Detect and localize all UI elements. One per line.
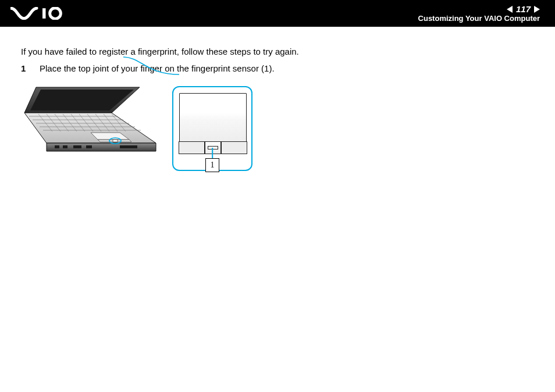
right-mouse-button	[221, 141, 247, 154]
fingerprint-slot-icon	[208, 146, 218, 149]
prev-page-arrow-icon[interactable]	[507, 6, 513, 13]
next-page-arrow-icon[interactable]	[534, 6, 540, 13]
page-number: 117	[516, 4, 531, 14]
callout-label: 1	[205, 158, 219, 172]
callout: 1	[172, 86, 252, 171]
intro-text: If you have failed to register a fingerp…	[21, 47, 534, 56]
page-nav: 117	[507, 4, 540, 14]
vaio-logo	[10, 5, 74, 22]
svg-rect-0	[42, 8, 46, 19]
svg-rect-28	[120, 145, 137, 148]
page-header: 117 Customizing Your VAIO Computer	[0, 0, 555, 27]
svg-rect-24	[55, 145, 59, 148]
section-title: Customizing Your VAIO Computer	[418, 14, 540, 23]
laptop-illustration	[21, 86, 159, 174]
step-text: Place the top joint of your finger on th…	[40, 63, 275, 73]
trackpad-illustration	[179, 93, 247, 142]
callout-leader-line	[212, 148, 213, 158]
step-row: 1 Place the top joint of your finger on …	[21, 63, 534, 73]
left-mouse-button	[179, 141, 205, 154]
trackpad-buttons	[179, 141, 247, 154]
svg-rect-22	[113, 140, 118, 142]
svg-marker-3	[30, 90, 134, 111]
svg-rect-26	[73, 145, 81, 148]
svg-rect-27	[86, 145, 92, 148]
svg-point-1	[50, 8, 61, 19]
svg-rect-25	[63, 145, 67, 148]
header-right: 117 Customizing Your VAIO Computer	[418, 4, 540, 23]
figure: 1	[21, 86, 534, 174]
fingerprint-sensor	[205, 141, 221, 154]
manual-page: 117 Customizing Your VAIO Computer If yo…	[0, 0, 555, 392]
page-content: If you have failed to register a fingerp…	[0, 27, 555, 174]
step-number: 1	[21, 63, 29, 73]
callout-box: 1	[172, 86, 252, 171]
